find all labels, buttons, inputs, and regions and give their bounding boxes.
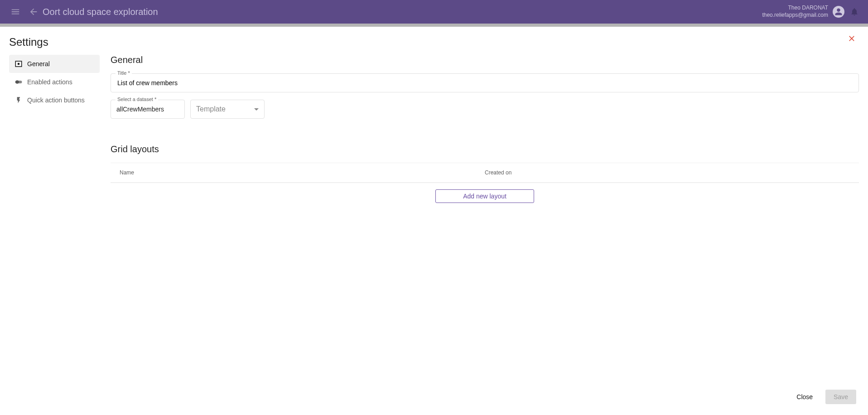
app-bar: Oort cloud space exploration Theo DARONA… — [0, 0, 868, 24]
user-name: Theo DARONAT — [788, 5, 828, 12]
sidebar-item-enabled-actions[interactable]: Enabled actions — [9, 73, 100, 91]
dataset-label: Select a dataset * — [116, 97, 158, 102]
dataset-value: allCrewMembers — [116, 106, 164, 113]
title-field[interactable]: Title * — [111, 73, 859, 92]
preview-icon — [14, 60, 23, 68]
save-button[interactable]: Save — [825, 390, 856, 404]
user-info: Theo DARONAT theo.reliefapps@gmail.com — [762, 5, 828, 19]
settings-content: General Title * Select a dataset * allCr… — [100, 55, 859, 383]
sidebar-item-general[interactable]: General — [9, 55, 100, 73]
section-title-grid-layouts: Grid layouts — [111, 144, 859, 154]
page-title: Oort cloud space exploration — [43, 7, 158, 17]
col-name: Name — [120, 169, 485, 176]
notifications-icon[interactable] — [850, 7, 859, 16]
title-label: Title * — [116, 70, 132, 76]
template-select[interactable]: Template — [190, 100, 265, 119]
settings-dialog: Settings General Enabled actions Quick a — [5, 27, 863, 410]
avatar[interactable] — [833, 6, 844, 18]
section-title-general: General — [111, 55, 859, 65]
under-bar — [0, 24, 868, 27]
table-header: Name Created on — [111, 163, 859, 183]
dialog-footer: Close Save — [5, 383, 863, 410]
layouts-table: Name Created on — [111, 163, 859, 183]
toggle-icon — [14, 78, 23, 86]
svg-point-2 — [15, 80, 19, 84]
dataset-field[interactable]: Select a dataset * allCrewMembers — [111, 100, 185, 119]
close-icon[interactable] — [846, 33, 857, 44]
back-arrow-icon[interactable] — [27, 5, 40, 18]
title-input[interactable] — [116, 79, 853, 87]
menu-icon[interactable] — [9, 5, 22, 18]
sidebar-item-label: General — [27, 60, 50, 68]
chevron-down-icon — [254, 108, 259, 111]
user-email: theo.reliefapps@gmail.com — [762, 12, 828, 19]
sidebar-item-label: Quick action buttons — [27, 97, 85, 104]
close-button[interactable]: Close — [791, 390, 818, 404]
settings-sidebar: General Enabled actions Quick action but… — [9, 55, 100, 383]
dialog-title: Settings — [5, 27, 863, 55]
svg-point-0 — [18, 63, 20, 65]
sidebar-item-label: Enabled actions — [27, 78, 72, 86]
sidebar-item-quick-action-buttons[interactable]: Quick action buttons — [9, 91, 100, 109]
template-placeholder: Template — [196, 105, 226, 113]
add-new-layout-button[interactable]: Add new layout — [435, 189, 534, 203]
bolt-icon — [14, 96, 23, 104]
col-created: Created on — [485, 169, 850, 176]
